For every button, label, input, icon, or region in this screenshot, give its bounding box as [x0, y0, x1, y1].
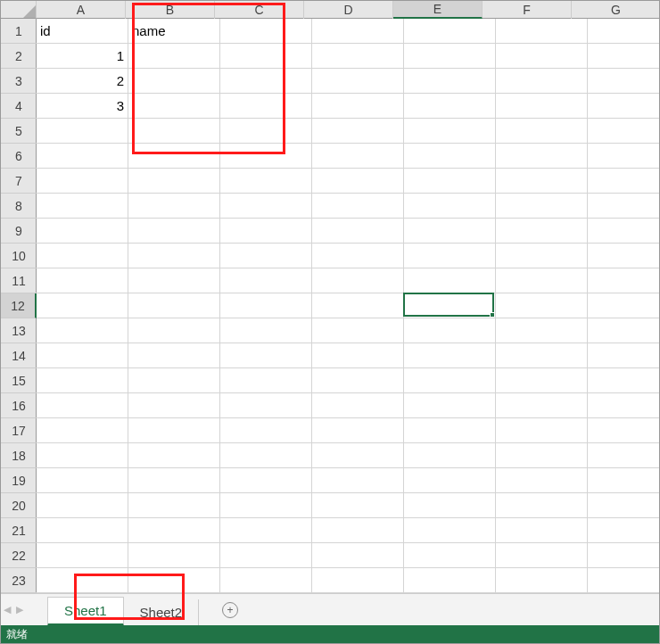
cell-D22[interactable]	[312, 543, 404, 568]
cell-B14[interactable]	[128, 343, 220, 368]
cell-E19[interactable]	[404, 468, 496, 493]
cell-D16[interactable]	[312, 393, 404, 418]
cell-D7[interactable]	[312, 169, 404, 194]
cell-A21[interactable]	[37, 518, 128, 543]
cell-G14[interactable]	[588, 343, 660, 368]
cell-D14[interactable]	[312, 343, 404, 368]
cell-D9[interactable]	[312, 219, 404, 244]
cell-B3[interactable]	[128, 69, 220, 94]
cell-C8[interactable]	[220, 194, 312, 219]
cell-A14[interactable]	[37, 343, 128, 368]
row-header-14[interactable]: 14	[1, 343, 37, 368]
cell-A15[interactable]	[37, 368, 128, 393]
cell-G4[interactable]	[588, 94, 660, 119]
cell-B7[interactable]	[128, 169, 220, 194]
cell-F12[interactable]	[496, 293, 588, 318]
cell-E16[interactable]	[404, 393, 496, 418]
cell-B19[interactable]	[128, 468, 220, 493]
cell-B17[interactable]	[128, 418, 220, 443]
cell-C20[interactable]	[220, 493, 312, 518]
cell-A22[interactable]	[37, 543, 128, 568]
row-header-11[interactable]: 11	[1, 268, 37, 293]
cell-C14[interactable]	[220, 343, 312, 368]
cell-E10[interactable]	[404, 244, 496, 268]
cell-D5[interactable]	[312, 119, 404, 144]
cell-A9[interactable]	[37, 219, 128, 244]
cell-F2[interactable]	[496, 44, 588, 69]
cell-F8[interactable]	[496, 194, 588, 219]
cell-B18[interactable]	[128, 443, 220, 468]
cell-A18[interactable]	[37, 443, 128, 468]
cell-G17[interactable]	[588, 418, 660, 443]
cell-A20[interactable]	[37, 493, 128, 518]
cell-F3[interactable]	[496, 69, 588, 94]
column-header-D[interactable]: D	[304, 1, 393, 19]
tab-nav-prev-icon[interactable]: ◀	[1, 594, 13, 626]
row-header-8[interactable]: 8	[1, 194, 37, 219]
cell-F9[interactable]	[496, 219, 588, 244]
row-header-15[interactable]: 15	[1, 368, 37, 393]
cell-D13[interactable]	[312, 318, 404, 343]
cell-F17[interactable]	[496, 418, 588, 443]
cell-G1[interactable]	[588, 19, 660, 44]
row-header-20[interactable]: 20	[1, 493, 37, 518]
cell-D4[interactable]	[312, 94, 404, 119]
cell-A16[interactable]	[37, 393, 128, 418]
cell-D21[interactable]	[312, 518, 404, 543]
cell-C6[interactable]	[220, 144, 312, 169]
row-header-16[interactable]: 16	[1, 393, 37, 418]
cell-D3[interactable]	[312, 69, 404, 94]
cell-C22[interactable]	[220, 543, 312, 568]
cell-D1[interactable]	[312, 19, 404, 44]
cell-E18[interactable]	[404, 443, 496, 468]
cell-B2[interactable]	[128, 44, 220, 69]
row-header-23[interactable]: 23	[1, 568, 37, 593]
cell-E17[interactable]	[404, 418, 496, 443]
cell-F7[interactable]	[496, 169, 588, 194]
cell-A6[interactable]	[37, 144, 128, 169]
row-header-17[interactable]: 17	[1, 418, 37, 443]
cell-E14[interactable]	[404, 343, 496, 368]
cell-C2[interactable]	[220, 44, 312, 69]
cell-A2[interactable]: 1	[37, 44, 128, 69]
cell-A10[interactable]	[37, 244, 128, 268]
cell-D12[interactable]	[312, 293, 404, 318]
cell-E7[interactable]	[404, 169, 496, 194]
row-header-2[interactable]: 2	[1, 44, 37, 69]
cell-F21[interactable]	[496, 518, 588, 543]
row-header-9[interactable]: 9	[1, 219, 37, 244]
cell-G5[interactable]	[588, 119, 660, 144]
row-header-21[interactable]: 21	[1, 518, 37, 543]
cell-G3[interactable]	[588, 69, 660, 94]
cell-C23[interactable]	[220, 568, 312, 593]
spreadsheet-grid[interactable]: ABCDEFG 12345678910111213141516171819202…	[1, 1, 660, 595]
cell-C5[interactable]	[220, 119, 312, 144]
cell-D20[interactable]	[312, 493, 404, 518]
cell-C11[interactable]	[220, 268, 312, 293]
cell-E12[interactable]	[404, 293, 496, 318]
row-header-1[interactable]: 1	[1, 19, 37, 44]
column-header-B[interactable]: B	[126, 1, 215, 19]
cell-G9[interactable]	[588, 219, 660, 244]
cell-E2[interactable]	[404, 44, 496, 69]
cell-C13[interactable]	[220, 318, 312, 343]
cell-C17[interactable]	[220, 418, 312, 443]
cell-G22[interactable]	[588, 543, 660, 568]
cell-A19[interactable]	[37, 468, 128, 493]
cell-B23[interactable]	[128, 568, 220, 593]
cell-F16[interactable]	[496, 393, 588, 418]
cell-E4[interactable]	[404, 94, 496, 119]
cell-B8[interactable]	[128, 194, 220, 219]
cell-E21[interactable]	[404, 518, 496, 543]
cell-C21[interactable]	[220, 518, 312, 543]
cell-G6[interactable]	[588, 144, 660, 169]
cell-A5[interactable]	[37, 119, 128, 144]
cell-G16[interactable]	[588, 393, 660, 418]
cell-E8[interactable]	[404, 194, 496, 219]
row-header-4[interactable]: 4	[1, 94, 37, 119]
cell-D6[interactable]	[312, 144, 404, 169]
column-header-E[interactable]: E	[393, 1, 483, 19]
cell-F13[interactable]	[496, 318, 588, 343]
cell-B9[interactable]	[128, 219, 220, 244]
cell-A4[interactable]: 3	[37, 94, 128, 119]
